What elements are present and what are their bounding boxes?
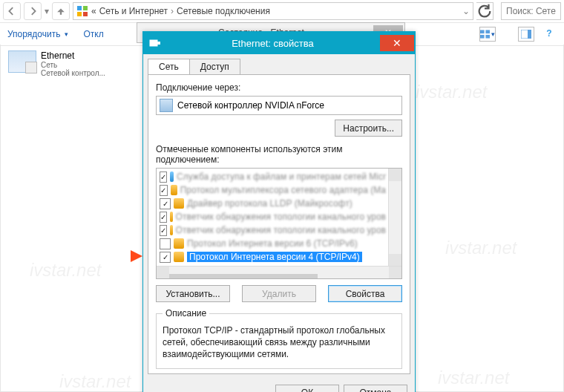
component-checkbox[interactable]: ✓ — [160, 172, 167, 183]
view-icon[interactable] — [479, 27, 496, 42]
protocol-icon — [174, 252, 184, 262]
breadcrumb-sep: › — [171, 6, 174, 16]
component-checkbox[interactable]: ✓ — [160, 198, 171, 209]
adapter-icon — [160, 99, 173, 112]
chevron-down-icon[interactable]: ⌄ — [462, 6, 470, 16]
component-label: Протокол Интернета версии 6 (TCP/IPv6) — [187, 238, 358, 249]
component-item[interactable]: ✓Ответчик обнаружения топологии канально… — [157, 223, 389, 237]
install-button[interactable]: Установить... — [156, 285, 230, 302]
adapter-name: Сетевой контроллер NVIDIA nForce — [177, 100, 324, 111]
hscroll-thumb[interactable] — [169, 274, 318, 279]
component-label: Ответчик обнаружения топологии канальног… — [176, 212, 386, 222]
uninstall-button: Удалить — [242, 285, 316, 302]
tab-strip: Сеть Доступ — [143, 54, 415, 74]
component-label: Протокол Интернета версии 4 (TCP/IPv4) — [187, 252, 362, 262]
protocol-icon — [170, 212, 173, 222]
adapter-box: Сетевой контроллер NVIDIA nForce — [156, 96, 402, 115]
component-item[interactable]: ✓Ответчик обнаружения топологии канально… — [157, 210, 389, 223]
cancel-button[interactable]: Отмена — [344, 385, 407, 392]
component-checkbox[interactable] — [160, 238, 171, 249]
dialog-footer: ОК Отмена — [143, 379, 415, 392]
breadcrumb-seg1[interactable]: Сеть и Интернет — [99, 6, 168, 16]
description-group: Описание Протокол TCP/IP - стандартный п… — [156, 308, 402, 369]
breadcrumb-seg2[interactable]: Сетевые подключения — [177, 6, 270, 16]
ok-button[interactable]: ОК — [275, 385, 339, 392]
protocol-icon — [170, 225, 173, 235]
svg-rect-8 — [485, 35, 490, 39]
svg-rect-1 — [77, 6, 82, 10]
tab-panel-network: Подключение через: Сетевой контроллер NV… — [148, 74, 410, 374]
configure-button[interactable]: Настроить... — [335, 120, 402, 137]
connection-name: Ethernet — [41, 50, 74, 61]
organize-menu[interactable]: Упорядочить — [7, 29, 68, 39]
component-item[interactable]: Протокол Интернета версии 6 (TCP/IPv6) — [157, 237, 389, 250]
ethernet-adapter-icon — [8, 50, 36, 73]
protocol-icon — [171, 185, 177, 195]
protocol-icon — [174, 198, 184, 209]
tab-access[interactable]: Доступ — [189, 59, 240, 74]
tab-network[interactable]: Сеть — [148, 59, 190, 74]
disable-button[interactable]: Откл — [83, 29, 103, 39]
network-adapter-icon — [149, 37, 161, 49]
address-bar[interactable]: « Сеть и Интернет › Сетевые подключения … — [73, 2, 473, 20]
svg-rect-6 — [485, 30, 490, 33]
protocol-icon — [174, 238, 184, 249]
hscroll-right-arrow[interactable] — [389, 267, 401, 278]
component-checkbox[interactable]: ✓ — [160, 212, 167, 223]
dialog-title: Ethernet: свойства — [165, 38, 380, 49]
dialog-titlebar[interactable]: Ethernet: свойства ✕ — [143, 32, 415, 54]
description-text: Протокол TCP/IP - стандартный протокол г… — [163, 324, 396, 361]
svg-rect-2 — [83, 6, 88, 10]
arrow-pointer-icon — [131, 250, 142, 262]
explorer-header: ▾ « Сеть и Интернет › Сетевые подключени… — [0, 0, 564, 23]
svg-rect-12 — [157, 42, 160, 45]
component-item[interactable]: ✓Протокол Интернета версии 4 (TCP/IPv4) — [157, 250, 389, 264]
close-button[interactable]: ✕ — [380, 35, 414, 51]
component-item[interactable]: ✓Протокол мультиплексора сетевого адапте… — [157, 183, 389, 197]
component-checkbox[interactable]: ✓ — [160, 185, 168, 196]
components-listbox[interactable]: ✓Служба доступа к файлам и принтерам сет… — [156, 168, 402, 279]
component-checkbox[interactable]: ✓ — [160, 252, 171, 263]
svg-rect-10 — [528, 30, 531, 39]
connect-via-label: Подключение через: — [156, 82, 402, 93]
properties-button[interactable]: Свойства — [328, 285, 402, 302]
svg-rect-11 — [150, 40, 157, 46]
svg-rect-5 — [480, 30, 485, 33]
connection-status: Сеть — [41, 61, 105, 69]
component-label: Ответчик обнаружения топологии канальног… — [176, 225, 386, 235]
component-item[interactable]: ✓Служба доступа к файлам и принтерам сет… — [157, 170, 389, 183]
svg-rect-0 — [60, 11, 62, 15]
svg-rect-4 — [83, 12, 88, 16]
vertical-scrollbar[interactable] — [388, 169, 401, 267]
svg-rect-3 — [77, 12, 82, 16]
components-label: Отмеченные компоненты используются этим … — [156, 144, 402, 165]
component-checkbox[interactable]: ✓ — [160, 225, 167, 236]
network-service-icon — [170, 172, 174, 182]
component-label: Служба доступа к файлам и принтерам сете… — [177, 172, 386, 182]
breadcrumb-prefix: « — [91, 6, 96, 16]
component-label: Драйвер протокола LLDP (Майкрософт) — [187, 198, 352, 209]
preview-pane-icon[interactable] — [518, 27, 534, 42]
search-box[interactable] — [501, 2, 561, 20]
component-label: Протокол мультиплексора сетевого адаптер… — [180, 185, 386, 195]
control-panel-icon — [76, 5, 88, 17]
description-legend: Описание — [163, 308, 209, 318]
hscroll-left-arrow[interactable] — [157, 267, 169, 278]
ethernet-properties-dialog: Ethernet: свойства ✕ Сеть Доступ Подключ… — [142, 31, 416, 392]
connection-device: Сетевой контрол... — [41, 69, 105, 77]
component-item[interactable]: ✓Драйвер протокола LLDP (Майкрософт) — [157, 197, 389, 210]
horizontal-scrollbar[interactable] — [157, 266, 401, 278]
svg-rect-7 — [480, 35, 485, 39]
help-icon[interactable]: ? — [542, 27, 557, 40]
up-button[interactable] — [52, 2, 70, 20]
refresh-button[interactable] — [476, 2, 494, 20]
back-button[interactable] — [3, 2, 21, 20]
forward-button[interactable] — [24, 2, 42, 20]
search-input[interactable] — [505, 5, 557, 17]
